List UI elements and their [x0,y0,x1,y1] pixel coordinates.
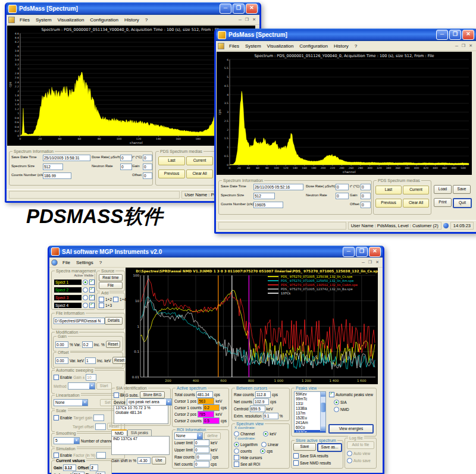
last-button[interactable]: Last [375,186,402,194]
mdi-minimize-icon[interactable]: ─ [360,260,367,265]
menu-help[interactable]: ? [96,259,105,266]
channel-radio[interactable] [234,431,239,437]
offset-inc-field[interactable]: 1 [85,357,96,364]
sweeping-enable-checkbox[interactable] [54,375,59,380]
store-save-button[interactable]: Save [293,443,316,451]
titlebar[interactable]: SAI software MGP Instruments v2.0 ─ ❐ ✕ [49,246,383,258]
close-button[interactable]: ✕ [246,4,258,14]
save-button[interactable]: Save [453,185,471,194]
auto-view-radio[interactable] [347,451,352,456]
store-bkg-button[interactable]: Store BKG [140,391,165,398]
menu-visualization[interactable]: Visualization [264,43,297,49]
temperature-field[interactable]: 0 [143,155,152,161]
previous-button[interactable]: Previous [158,169,185,178]
spect4-active-radio[interactable] [83,303,88,308]
load-button[interactable]: Load [434,185,452,194]
menu-files[interactable]: Files [226,43,242,49]
menu-system[interactable]: System [242,43,264,49]
sweeping-method-dropdown[interactable] [68,382,95,390]
mdi-close-icon[interactable]: ✕ [467,43,474,48]
automatic-peaks-checkbox[interactable] [329,392,334,397]
target-offset-field[interactable] [95,423,106,430]
spect3-active-radio[interactable] [83,295,88,300]
clear-all-button[interactable]: Clear All [186,169,213,178]
upper-limit-value[interactable]: 0 [194,447,209,453]
save-date-field[interactable]: 26/11/2005 05:52:16 [253,184,303,190]
spect4-visible-checkbox[interactable] [89,303,95,308]
gain-field[interactable]: 0 [361,193,371,199]
mdi-close-icon[interactable]: ✕ [250,17,258,22]
neutron-rate-field[interactable]: 0 [120,164,132,170]
current-button[interactable]: Current [403,186,429,194]
menu-files[interactable]: Files [17,17,33,23]
view-energies-button[interactable]: View energies [328,424,374,434]
spect1-active-radio[interactable] [83,280,88,285]
target-gain-field[interactable] [93,415,104,421]
linear-radio[interactable] [261,442,267,447]
details-button[interactable]: Details [105,317,123,325]
minimize-button[interactable]: ─ [343,247,355,257]
cps-radio[interactable] [260,448,265,454]
spectrum-size-field[interactable]: 512 [43,164,63,170]
maximize-button[interactable]: ❐ [233,4,245,14]
mdi-minimize-icon[interactable]: ─ [453,44,460,48]
offset-field[interactable]: 0 [361,202,371,208]
store-save-as-button[interactable]: Save as... [317,443,342,452]
clear-all-button[interactable]: Clear All [403,199,429,208]
save-sia-results-checkbox[interactable] [293,453,299,459]
mdi-close-icon[interactable]: ✕ [374,260,381,265]
multi-spectrum-plot[interactable]: D:\Spectres\SPRD\essai NMD V1.3\NMD 1 3 … [126,268,378,384]
temperature-field[interactable]: 0 [361,184,371,190]
nmd-radio[interactable] [334,407,339,412]
counts-radio[interactable] [234,448,239,454]
scale-enable-checkbox[interactable] [54,415,59,420]
dose-rate-field[interactable]: 0 [120,155,132,161]
spectrum-size-field[interactable]: 512 [253,193,275,199]
add-1plus3-checkbox[interactable] [99,303,104,308]
menu-help[interactable]: ? [142,17,151,23]
save-nmd-results-checkbox[interactable] [293,460,299,466]
add-to-file-button[interactable]: Add to file [347,441,374,449]
last-button[interactable]: Last [158,156,185,165]
counts-number-field[interactable]: 186.99 [43,172,71,179]
spect3-visible-checkbox[interactable] [89,295,95,300]
gain-shift-field[interactable]: -4.30 [137,457,151,464]
sia-results-list[interactable]: 137Cs 10 70.72 3 % Globale 481.34 [114,405,168,424]
offset-var-spinner[interactable]: 0.00 [55,357,68,364]
bkg-subs-checkbox[interactable] [114,393,119,398]
spect2-active-radio[interactable] [83,287,88,293]
quit-button[interactable]: Quit [453,198,472,208]
hide-cursors-checkbox[interactable] [234,455,239,460]
logarithm-radio[interactable] [234,442,239,447]
neutron-rate-field[interactable]: 0 [336,193,349,199]
titlebar[interactable]: PdsMass [Spectrum] ─ ❐ ✕ [216,29,476,41]
sweeping-gain-field[interactable]: 10 [86,374,96,381]
sia-radio[interactable] [334,400,339,405]
add-1plus2-checkbox[interactable] [99,297,104,302]
file-button[interactable]: File [99,282,123,289]
smoothing-dropdown[interactable]: 5 [54,437,80,444]
menu-help[interactable]: ? [352,43,360,49]
counts-number-field[interactable]: 19605 [253,202,283,208]
minimize-button[interactable]: ─ [436,30,448,40]
real-time-button[interactable]: Real time [99,274,123,281]
dose-rate-field[interactable]: 0 [336,184,349,190]
menu-configuration[interactable]: Configuration [296,43,331,49]
menu-file[interactable]: File [60,259,73,266]
mdi-restore-icon[interactable]: ❐ [367,260,374,265]
see-all-roi-checkbox[interactable] [234,462,239,467]
mdi-restore-icon[interactable]: ❐ [460,43,467,48]
mdi-restore-icon[interactable]: ❐ [243,17,250,22]
maximize-button[interactable]: ❐ [356,247,368,257]
menu-configuration[interactable]: Configuration [87,17,121,23]
menu-history[interactable]: History [331,43,352,49]
maximize-button[interactable]: ❐ [449,30,461,40]
simulation-factor-field[interactable] [96,452,106,459]
spect2-visible-checkbox[interactable] [89,287,95,293]
close-button[interactable]: ✕ [369,247,381,257]
gain-inc-field[interactable]: 0.2 [82,341,93,348]
previous-button[interactable]: Previous [375,199,402,208]
peaks-scrollbar[interactable] [320,392,325,431]
tab-sia-peaks[interactable]: SIA peaks [127,429,152,436]
current-button[interactable]: Current [186,156,213,165]
